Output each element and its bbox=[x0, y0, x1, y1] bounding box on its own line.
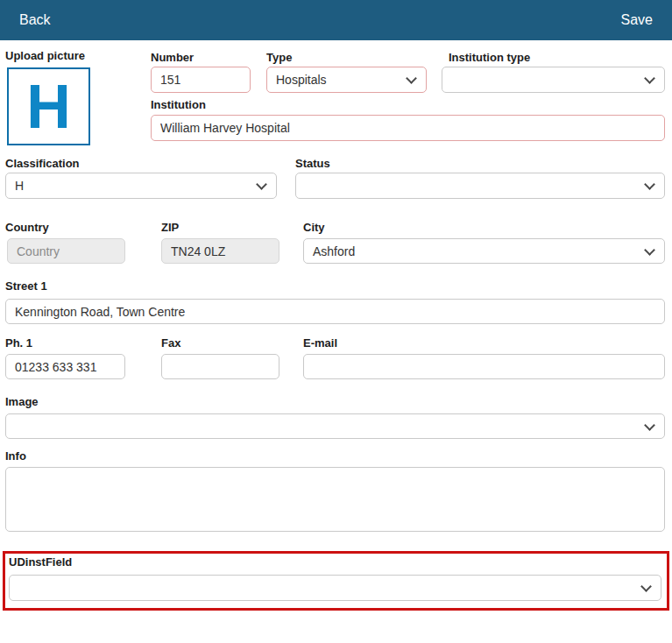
save-button[interactable]: Save bbox=[616, 9, 658, 32]
country-label: Country bbox=[5, 221, 49, 234]
image-select[interactable] bbox=[5, 413, 665, 439]
city-label: City bbox=[303, 221, 325, 234]
ph1-input[interactable] bbox=[5, 354, 125, 379]
zip-label: ZIP bbox=[161, 221, 179, 234]
udinstfield-label: UDinstField bbox=[9, 555, 72, 569]
number-label: Number bbox=[151, 51, 194, 64]
street1-input[interactable] bbox=[5, 299, 665, 324]
info-label: Info bbox=[5, 449, 26, 463]
chevron-down-icon bbox=[644, 244, 655, 256]
upload-picture-box[interactable]: H bbox=[7, 67, 90, 145]
udinstfield-select[interactable] bbox=[9, 575, 661, 601]
type-label: Type bbox=[266, 51, 292, 64]
email-input[interactable] bbox=[303, 354, 665, 379]
street1-label: Street 1 bbox=[5, 279, 47, 293]
chevron-down-icon bbox=[640, 581, 652, 592]
institution-type-select[interactable] bbox=[442, 67, 665, 93]
city-select[interactable]: Ashford bbox=[303, 238, 665, 264]
top-navigation-bar: Back Save bbox=[0, 0, 672, 40]
classification-select-value: H bbox=[15, 179, 24, 193]
institution-edit-screen: Back Save Upload picture H Number Type H… bbox=[0, 0, 672, 643]
number-input[interactable] bbox=[151, 67, 251, 93]
status-select[interactable] bbox=[295, 173, 665, 199]
info-textarea[interactable] bbox=[5, 467, 665, 532]
city-select-value: Ashford bbox=[313, 244, 355, 258]
classification-select[interactable]: H bbox=[5, 173, 277, 199]
status-label: Status bbox=[295, 157, 330, 170]
hospital-logo: H bbox=[26, 76, 71, 138]
zip-input[interactable] bbox=[161, 238, 279, 264]
upload-picture-label: Upload picture bbox=[5, 49, 85, 62]
chevron-down-icon bbox=[644, 179, 655, 190]
chevron-down-icon bbox=[406, 73, 417, 84]
ph1-label: Ph. 1 bbox=[5, 336, 32, 350]
fax-label: Fax bbox=[161, 336, 180, 350]
email-label: E-mail bbox=[303, 336, 337, 350]
chevron-down-icon bbox=[256, 179, 267, 190]
fax-input[interactable] bbox=[161, 354, 279, 379]
image-label: Image bbox=[5, 395, 39, 408]
classification-label: Classification bbox=[5, 157, 80, 170]
chevron-down-icon bbox=[644, 73, 655, 84]
chevron-down-icon bbox=[644, 420, 655, 431]
country-input[interactable] bbox=[7, 238, 125, 264]
institution-type-label: Institution type bbox=[449, 51, 530, 64]
institution-input[interactable] bbox=[151, 115, 665, 141]
type-select-value: Hospitals bbox=[276, 73, 327, 87]
back-button[interactable]: Back bbox=[14, 9, 56, 32]
type-select[interactable]: Hospitals bbox=[266, 67, 427, 93]
institution-label: Institution bbox=[151, 98, 206, 111]
